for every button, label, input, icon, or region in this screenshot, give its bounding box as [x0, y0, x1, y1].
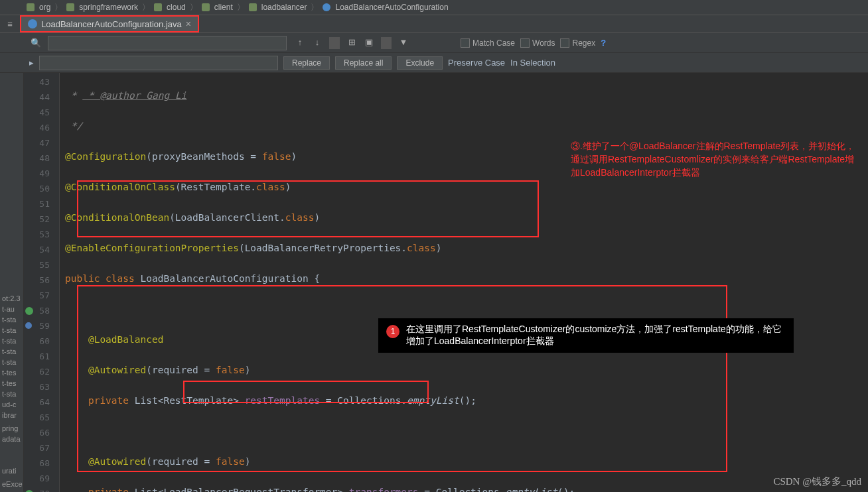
- class-icon: [28, 19, 37, 29]
- line-number: 60: [24, 334, 59, 349]
- select-all-icon[interactable]: ⊞: [346, 37, 357, 49]
- replace-button[interactable]: Replace: [283, 56, 330, 70]
- search-icon[interactable]: 🔍: [29, 36, 42, 50]
- separator: [381, 37, 392, 49]
- file-tab[interactable]: LoadBalancerAutoConfiguration.java ×: [20, 15, 199, 32]
- line-number: 56: [24, 273, 59, 288]
- line-number: 46: [24, 120, 59, 135]
- project-tree-item[interactable]: t-au: [0, 304, 24, 314]
- replace-toolbar: ▸ Replace Replace all Exclude Preserve C…: [0, 53, 868, 73]
- chevron-right-icon: 〉: [54, 2, 62, 13]
- project-tree-item[interactable]: t-sta: [0, 314, 24, 325]
- breadcrumb-item[interactable]: org: [39, 3, 50, 12]
- package-icon: [27, 3, 35, 11]
- project-tree-item[interactable]: t-sta: [0, 357, 24, 367]
- line-number: 58: [24, 303, 59, 318]
- line-number: 65: [24, 410, 59, 425]
- next-match-icon[interactable]: ↓: [312, 37, 323, 49]
- annotation-callout-3: ③.维护了一个@LoadBalancer注解的RestTemplate列表，并初…: [571, 139, 859, 179]
- words-checkbox[interactable]: Words: [520, 38, 555, 48]
- replace-all-button[interactable]: Replace all: [335, 56, 392, 70]
- project-tree-item[interactable]: adata: [0, 434, 24, 444]
- line-number: 51: [24, 196, 59, 212]
- watermark: CSDN @钱多多_qdd: [773, 475, 861, 488]
- regex-checkbox[interactable]: Regex: [560, 38, 595, 48]
- callout-number-icon: 1: [386, 325, 399, 338]
- annotation: @Autowired: [88, 456, 146, 467]
- line-number: 69: [24, 471, 59, 486]
- class-icon: [323, 3, 330, 11]
- breadcrumb-item[interactable]: loadbalancer: [261, 3, 307, 12]
- package-icon: [249, 3, 257, 11]
- line-number: 49: [24, 166, 59, 181]
- project-tree-item[interactable]: t-sta: [0, 325, 24, 336]
- project-tree-item[interactable]: ibrar: [0, 410, 24, 420]
- project-tree-item[interactable]: pring: [0, 423, 24, 434]
- override-gutter-icon[interactable]: [25, 322, 32, 329]
- run-gutter-icon[interactable]: [25, 307, 33, 315]
- line-number: 47: [24, 135, 59, 151]
- project-tree-item[interactable]: eExce: [0, 479, 24, 489]
- chevron-right-icon: 〉: [237, 2, 245, 13]
- line-number: 61: [24, 349, 59, 364]
- line-number: 52: [24, 212, 59, 227]
- project-tree-item[interactable]: t-sta: [0, 336, 24, 346]
- breadcrumb-item[interactable]: springframework: [79, 3, 138, 12]
- line-number: 57: [24, 288, 59, 303]
- annotation: @Autowired: [88, 365, 146, 375]
- breadcrumb-item[interactable]: cloud: [167, 3, 186, 12]
- package-icon: [66, 3, 74, 11]
- line-number: 54: [24, 242, 59, 257]
- javadoc-author: * @author Gang Li: [82, 90, 186, 101]
- line-number: 45: [24, 105, 59, 120]
- preserve-case-checkbox[interactable]: Preserve Case: [448, 58, 505, 68]
- project-tree-item[interactable]: [0, 489, 24, 492]
- line-number: 68: [24, 456, 59, 471]
- match-case-checkbox[interactable]: Match Case: [461, 38, 515, 48]
- in-selection-checkbox[interactable]: In Selection: [510, 58, 555, 68]
- chevron-right-icon: 〉: [190, 2, 198, 13]
- package-icon: [202, 3, 210, 11]
- line-number: 53: [24, 227, 59, 242]
- search-input[interactable]: [48, 36, 287, 50]
- breadcrumb-item[interactable]: LoadBalancerAutoConfiguration: [335, 3, 448, 12]
- project-tree-item[interactable]: urati: [0, 465, 24, 476]
- line-number: 44: [24, 90, 59, 105]
- line-number: 43: [24, 74, 59, 90]
- annotation: @ConditionalOnClass: [65, 182, 175, 192]
- filter-icon[interactable]: ▼: [398, 37, 409, 49]
- line-number: 66: [24, 425, 59, 440]
- prev-match-icon[interactable]: ↑: [295, 37, 305, 49]
- project-tree-item[interactable]: t-sta: [0, 389, 24, 399]
- project-tree-item[interactable]: t-tes: [0, 367, 24, 378]
- code-editor[interactable]: * * @author Gang Li */ @Configuration(pr…: [60, 73, 868, 492]
- line-number: 48: [24, 151, 59, 166]
- tab-bar: ≡ LoadBalancerAutoConfiguration.java ×: [0, 15, 868, 33]
- project-tree-item[interactable]: ot:2.3: [0, 293, 24, 304]
- help-icon[interactable]: ?: [601, 38, 606, 48]
- breadcrumb-item[interactable]: client: [214, 3, 233, 12]
- tooltip-callout: 1 在这里调用了RestTemplateCustomizer的customize…: [378, 318, 794, 353]
- hamburger-icon[interactable]: ≡: [0, 15, 20, 32]
- line-number: 55: [24, 257, 59, 273]
- line-number: 59: [24, 318, 59, 334]
- search-toolbar: 🔍 ↑ ↓ ⊞ ▣ ▼ Match Case Words Regex ?: [0, 33, 868, 53]
- close-icon[interactable]: ×: [186, 19, 191, 29]
- line-number: 64: [24, 395, 59, 410]
- project-tree-item[interactable]: t-sta: [0, 346, 24, 357]
- line-number: 67: [24, 440, 59, 456]
- exclude-button[interactable]: Exclude: [397, 56, 443, 70]
- add-selection-icon[interactable]: ▣: [364, 37, 374, 49]
- line-number: 70: [24, 486, 59, 492]
- project-tree-item[interactable]: ud-c: [0, 399, 24, 410]
- replace-input[interactable]: [39, 56, 278, 70]
- editor-area: ot:2.3t-aut-stat-stat-stat-stat-stat-tes…: [0, 73, 868, 492]
- project-tree-item[interactable]: t-tes: [0, 378, 24, 389]
- project-sidebar[interactable]: ot:2.3t-aut-stat-stat-stat-stat-stat-tes…: [0, 73, 24, 492]
- annotation: @LoadBalanced: [88, 334, 164, 345]
- chevron-right-icon: 〉: [142, 2, 150, 13]
- breadcrumb: org 〉 springframework 〉 cloud 〉 client 〉…: [0, 0, 868, 15]
- expand-icon[interactable]: ▸: [29, 58, 34, 68]
- separator: [329, 37, 340, 49]
- line-number: 50: [24, 181, 59, 196]
